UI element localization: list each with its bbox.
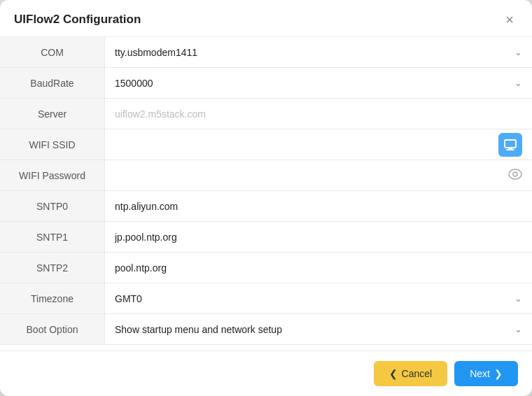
- boot-option-row: Boot Option Show startup menu and networ…: [0, 314, 532, 345]
- wifi-password-row: WIFI Password: [0, 160, 532, 191]
- baudrate-dropdown-arrow[interactable]: ⌄: [514, 78, 522, 88]
- com-value[interactable]: tty.usbmodem1411 ⌄: [105, 37, 532, 67]
- sntp2-value[interactable]: [105, 253, 532, 283]
- sntp0-row: SNTP0: [0, 191, 532, 222]
- svg-point-3: [509, 169, 522, 179]
- configuration-dialog: UIFlow2 Configuration × COM tty.usbmodem…: [0, 0, 532, 396]
- boot-option-selected-value: Show startup menu and network setup: [115, 324, 282, 335]
- wifi-ssid-input[interactable]: [115, 139, 498, 150]
- boot-option-value[interactable]: Show startup menu and network setup ⌄: [105, 314, 532, 344]
- svg-point-4: [513, 172, 517, 176]
- wifi-ssid-row: WIFI SSID: [0, 129, 532, 160]
- monitor-icon: [503, 138, 517, 152]
- cancel-chevron-icon: ❮: [389, 368, 398, 379]
- next-label: Next: [470, 368, 490, 379]
- server-label: Server: [0, 99, 105, 129]
- dialog-footer: ❮ Cancel Next ❯: [0, 351, 532, 396]
- sntp0-label: SNTP0: [0, 191, 105, 221]
- wifi-password-input[interactable]: [115, 170, 508, 181]
- server-row: Server: [0, 99, 532, 129]
- sntp0-input[interactable]: [115, 201, 522, 212]
- svg-rect-0: [505, 140, 516, 148]
- next-chevron-icon: ❯: [494, 368, 503, 379]
- com-selected-value: tty.usbmodem1411: [115, 47, 197, 58]
- com-label: COM: [0, 37, 105, 67]
- cancel-button[interactable]: ❮ Cancel: [374, 361, 448, 386]
- wifi-scan-button[interactable]: [498, 133, 522, 157]
- server-value[interactable]: [105, 99, 532, 129]
- baudrate-selected-value: 1500000: [115, 78, 153, 89]
- next-button[interactable]: Next ❯: [454, 361, 518, 386]
- dialog-title: UIFlow2 Configuration: [14, 13, 141, 27]
- timezone-dropdown-arrow[interactable]: ⌄: [514, 293, 522, 304]
- close-button[interactable]: ×: [501, 11, 518, 28]
- com-dropdown-arrow[interactable]: ⌄: [514, 47, 522, 57]
- dialog-header: UIFlow2 Configuration ×: [0, 0, 532, 37]
- com-row: COM tty.usbmodem1411 ⌄: [0, 37, 532, 68]
- sntp1-value[interactable]: [105, 222, 532, 252]
- timezone-label: Timezone: [0, 283, 105, 313]
- show-password-icon[interactable]: [508, 169, 522, 183]
- wifi-ssid-value[interactable]: [105, 129, 532, 160]
- sntp2-row: SNTP2: [0, 253, 532, 283]
- timezone-row: Timezone GMT0 ⌄: [0, 283, 532, 314]
- boot-option-dropdown-arrow[interactable]: ⌄: [514, 324, 522, 334]
- wifi-password-value[interactable]: [105, 160, 532, 190]
- timezone-selected-value: GMT0: [115, 293, 142, 304]
- sntp1-input[interactable]: [115, 232, 522, 243]
- sntp1-label: SNTP1: [0, 222, 105, 252]
- sntp2-label: SNTP2: [0, 253, 105, 283]
- cancel-label: Cancel: [402, 368, 433, 379]
- boot-option-label: Boot Option: [0, 314, 105, 344]
- wifi-password-label: WIFI Password: [0, 160, 105, 190]
- sntp0-value[interactable]: [105, 191, 532, 221]
- baudrate-row: BaudRate 1500000 ⌄: [0, 68, 532, 99]
- form-body: COM tty.usbmodem1411 ⌄ BaudRate 1500000 …: [0, 37, 532, 351]
- timezone-value[interactable]: GMT0 ⌄: [105, 283, 532, 313]
- baudrate-value[interactable]: 1500000 ⌄: [105, 68, 532, 98]
- svg-rect-1: [508, 148, 512, 149]
- wifi-ssid-label: WIFI SSID: [0, 129, 105, 160]
- server-input[interactable]: [115, 108, 522, 120]
- sntp2-input[interactable]: [115, 262, 522, 274]
- sntp1-row: SNTP1: [0, 222, 532, 253]
- baudrate-label: BaudRate: [0, 68, 105, 98]
